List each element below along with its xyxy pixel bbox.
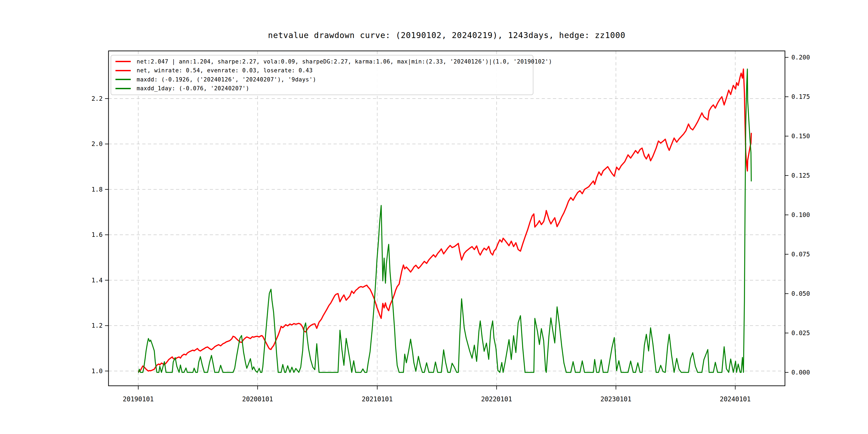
legend-label-maxdd-1day: maxdd_1day: (-0.076, '20240207') xyxy=(136,85,249,92)
y-right-tick-label: 0.000 xyxy=(792,369,810,376)
y-right-tick-label: 0.200 xyxy=(792,54,810,61)
legend-row-maxdd: maxdd: (-0.1926, ('20240126', '20240207'… xyxy=(116,75,533,84)
y-right-tick-label: 0.175 xyxy=(792,93,810,100)
y-left-tick-label: 2.0 xyxy=(91,141,103,147)
legend-label-maxdd: maxdd: (-0.1926, ('20240126', '20240207'… xyxy=(136,76,316,83)
y-left-tick-label: 1.8 xyxy=(91,186,103,193)
maxdd-line-swatch-icon xyxy=(116,79,131,80)
y-right-tick-label: 0.100 xyxy=(792,211,810,218)
net-line xyxy=(138,69,751,372)
net-line-swatch-icon xyxy=(116,70,131,71)
y-left-tick-label: 2.2 xyxy=(91,95,103,102)
x-tick-label: 20190101 xyxy=(123,396,154,403)
chart-title: netvalue drawdown curve: (20190102, 2024… xyxy=(108,31,785,40)
legend-label-net-stats: net:2.047 | ann:1.204, sharpe:2.27, vola… xyxy=(136,58,552,65)
legend-row-net-rates: net, winrate: 0.54, evenrate: 0.03, lose… xyxy=(116,66,533,75)
x-tick-label: 20200101 xyxy=(242,396,273,403)
net-line-swatch-icon xyxy=(116,61,131,62)
y-right-tick-label: 0.150 xyxy=(792,133,810,140)
figure: 1.01.21.41.61.82.02.20.0000.0250.0500.07… xyxy=(0,0,868,434)
y-right-tick-label: 0.050 xyxy=(792,290,810,297)
x-tick-label: 20240101 xyxy=(720,396,751,403)
x-tick-label: 20230101 xyxy=(600,396,631,403)
legend-row-net: net:2.047 | ann:1.204, sharpe:2.27, vola… xyxy=(116,57,533,66)
y-left-tick-label: 1.0 xyxy=(91,368,103,374)
drawdown-line xyxy=(138,69,751,372)
legend: net:2.047 | ann:1.204, sharpe:2.27, vola… xyxy=(111,55,533,95)
legend-label-net-rates: net, winrate: 0.54, evenrate: 0.03, lose… xyxy=(136,67,313,74)
maxdd-1day-line-swatch-icon xyxy=(116,88,131,89)
y-right-tick-label: 0.025 xyxy=(792,330,810,337)
y-left-tick-label: 1.4 xyxy=(91,277,103,284)
legend-row-maxdd-1day: maxdd_1day: (-0.076, '20240207') xyxy=(116,84,533,93)
x-tick-label: 20220101 xyxy=(481,396,512,403)
y-left-tick-label: 1.2 xyxy=(91,322,103,329)
y-left-tick-label: 1.6 xyxy=(91,231,103,238)
x-tick-label: 20210101 xyxy=(362,396,393,403)
y-right-tick-label: 0.125 xyxy=(792,172,810,179)
plot-border xyxy=(108,51,785,386)
y-right-tick-label: 0.075 xyxy=(792,251,810,258)
